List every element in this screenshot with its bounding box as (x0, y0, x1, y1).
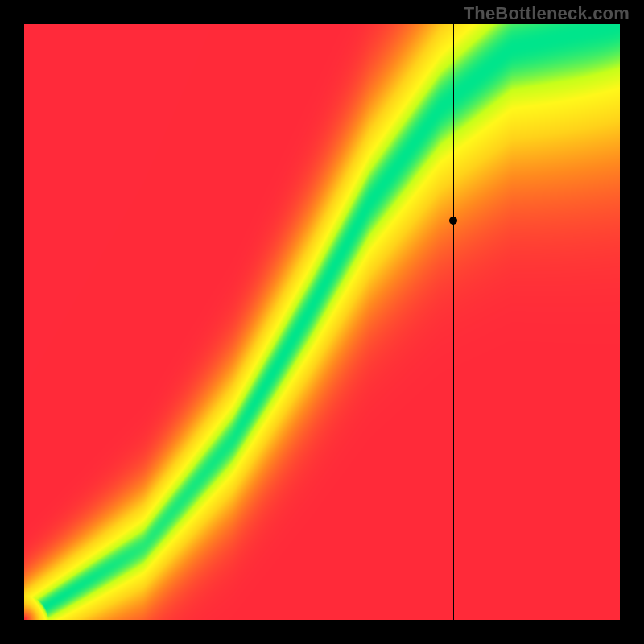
crosshair-vertical (453, 24, 454, 620)
heatmap-plot (24, 24, 620, 620)
chart-stage: TheBottleneck.com (0, 0, 644, 644)
heatmap-canvas (24, 24, 620, 620)
crosshair-horizontal (24, 221, 620, 221)
watermark-text: TheBottleneck.com (464, 3, 630, 24)
marker-point (449, 217, 457, 225)
